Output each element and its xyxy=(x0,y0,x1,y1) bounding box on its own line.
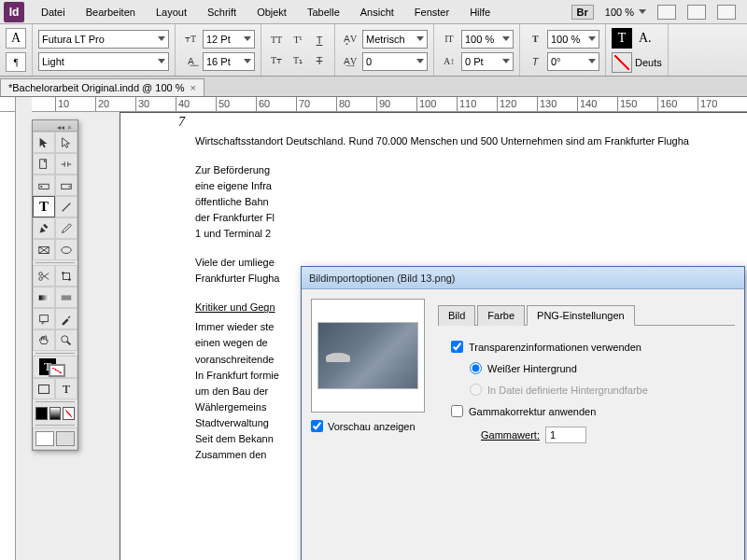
document-tab-label: *Bachelorarbeit Original.indd @ 100 % xyxy=(8,82,185,93)
hscale-value: 100 % xyxy=(551,34,580,45)
allcaps-icon[interactable]: TT xyxy=(267,32,286,49)
menu-bearbeiten[interactable]: Bearbeiten xyxy=(77,3,145,21)
menu-ansicht[interactable]: Ansicht xyxy=(351,3,403,21)
fill-stroke-swap[interactable]: T xyxy=(33,356,78,378)
gamma-checkbox[interactable] xyxy=(451,405,463,417)
subscript-icon[interactable]: T₁ xyxy=(289,52,307,69)
right-text: Deuts xyxy=(635,57,662,68)
leading-combo[interactable]: 16 Pt xyxy=(203,52,255,71)
screen-mode-icon[interactable] xyxy=(687,5,706,20)
content-placer-tool[interactable] xyxy=(55,175,78,196)
free-transform-tool[interactable] xyxy=(55,265,78,287)
font-family-combo[interactable]: Futura LT Pro xyxy=(38,30,169,49)
menu-datei[interactable]: Datei xyxy=(32,3,75,21)
tab-farbe[interactable]: Farbe xyxy=(477,305,525,326)
formatting-container-icon[interactable] xyxy=(33,378,55,399)
menu-schrift[interactable]: Schrift xyxy=(198,3,246,21)
view-options-icon[interactable] xyxy=(657,5,676,20)
pencil-tool[interactable] xyxy=(55,217,78,239)
menu-layout[interactable]: Layout xyxy=(147,3,196,21)
bridge-button[interactable]: Br xyxy=(571,5,594,20)
white-bg-radio[interactable] xyxy=(470,362,482,374)
preview-thumbnail xyxy=(311,299,425,413)
apply-none[interactable] xyxy=(63,407,75,420)
skew-combo[interactable]: 0° xyxy=(547,52,599,71)
document-tab[interactable]: *Bachelorarbeit Original.indd @ 100 % × xyxy=(0,78,204,96)
selection-tool[interactable] xyxy=(33,132,55,153)
menu-fenster[interactable]: Fenster xyxy=(405,3,458,21)
character-mode-icon[interactable]: A xyxy=(6,28,26,49)
gamma-input[interactable] xyxy=(545,427,586,443)
strikethrough-icon[interactable]: T xyxy=(310,52,329,69)
menu-objekt[interactable]: Objekt xyxy=(247,3,296,21)
kerning-icon: A̝V xyxy=(341,31,359,48)
menu-hilfe[interactable]: Hilfe xyxy=(460,3,500,21)
font-size-combo[interactable]: 12 Pt xyxy=(203,30,255,49)
note-tool[interactable] xyxy=(33,308,55,329)
control-toolbar: A ¶ Futura LT Pro Light ᴛT12 Pt A͟16 Pt … xyxy=(0,24,747,77)
tools-panel-header[interactable]: ◂◂× xyxy=(33,120,78,132)
gradient-feather-tool[interactable] xyxy=(55,287,78,308)
eyedropper-tool[interactable] xyxy=(55,308,78,329)
superscript-icon[interactable]: T¹ xyxy=(289,32,307,49)
workspace: 7 Wirtschaftsstandort Deutschland. Rund … xyxy=(0,112,747,560)
zoom-tool[interactable] xyxy=(55,329,78,351)
close-icon[interactable]: × xyxy=(190,82,196,93)
content-collector-tool[interactable] xyxy=(33,175,55,196)
underline-icon[interactable]: T xyxy=(310,32,329,49)
tracking-combo[interactable]: 0 xyxy=(362,52,428,71)
hand-tool[interactable] xyxy=(33,329,55,351)
ruler-vertical[interactable] xyxy=(0,112,16,560)
hscale-combo[interactable]: 100 % xyxy=(547,30,599,49)
show-preview-checkbox[interactable]: Vorschau anzeigen xyxy=(311,420,425,432)
page-tool[interactable] xyxy=(33,153,55,175)
paragraph-mode-icon[interactable]: ¶ xyxy=(6,52,26,73)
chevron-down-icon xyxy=(244,59,251,63)
stroke-swatch[interactable] xyxy=(612,52,632,73)
scissors-tool[interactable] xyxy=(33,265,55,287)
gamma-label: Gammakorrektur anwenden xyxy=(469,406,596,417)
svg-point-8 xyxy=(62,246,72,253)
vscale-value: 100 % xyxy=(465,34,494,45)
transparency-checkbox[interactable] xyxy=(451,341,463,353)
line-tool[interactable] xyxy=(55,196,78,217)
transparency-label: Transparenzinformationen verwenden xyxy=(469,342,641,353)
vscale-icon: IT xyxy=(440,31,458,48)
tab-png[interactable]: PNG-Einstellungen xyxy=(527,305,635,326)
arrange-icon[interactable] xyxy=(717,5,736,20)
ruler-origin[interactable] xyxy=(0,97,16,112)
char-style-icon[interactable]: A. xyxy=(639,31,652,46)
page-number: 7 xyxy=(178,115,185,130)
apply-gradient[interactable] xyxy=(49,407,62,420)
type-tool[interactable]: T xyxy=(33,196,55,217)
direct-selection-tool[interactable] xyxy=(55,132,78,153)
font-style-combo[interactable]: Light xyxy=(38,52,169,71)
formatting-text-icon[interactable]: T xyxy=(55,378,78,399)
vscale-combo[interactable]: 100 % xyxy=(461,30,514,49)
chevron-down-icon xyxy=(158,36,165,41)
rectangle-tool[interactable] xyxy=(55,239,78,260)
chevron-down-icon xyxy=(588,59,596,63)
apply-color[interactable] xyxy=(35,407,48,420)
pen-tool[interactable] xyxy=(33,217,55,239)
chevron-down-icon xyxy=(158,59,165,63)
gap-tool[interactable] xyxy=(55,153,78,175)
heading: Kritiker und Gegn xyxy=(195,301,275,313)
svg-line-4 xyxy=(63,203,71,211)
svg-point-9 xyxy=(39,272,43,275)
smallcaps-icon[interactable]: Tᴛ xyxy=(267,52,286,69)
view-mode-buttons[interactable] xyxy=(33,427,78,450)
ruler-horizontal[interactable]: 0102030405060708090100110120130140150160… xyxy=(32,97,747,112)
gradient-swatch-tool[interactable] xyxy=(33,287,55,308)
leading-icon: A͟ xyxy=(181,53,200,70)
menu-tabelle[interactable]: Tabelle xyxy=(298,3,349,21)
fill-swatch[interactable]: T xyxy=(612,28,632,49)
rectangle-frame-tool[interactable] xyxy=(33,239,55,260)
baseline-combo[interactable]: 0 Pt xyxy=(461,52,514,71)
tab-bild[interactable]: Bild xyxy=(438,305,475,326)
app-logo: Id xyxy=(4,2,24,22)
svg-point-10 xyxy=(39,276,43,280)
show-preview-input[interactable] xyxy=(311,420,323,432)
zoom-level[interactable]: 100 % xyxy=(605,7,646,18)
kerning-combo[interactable]: Metrisch xyxy=(362,30,428,49)
